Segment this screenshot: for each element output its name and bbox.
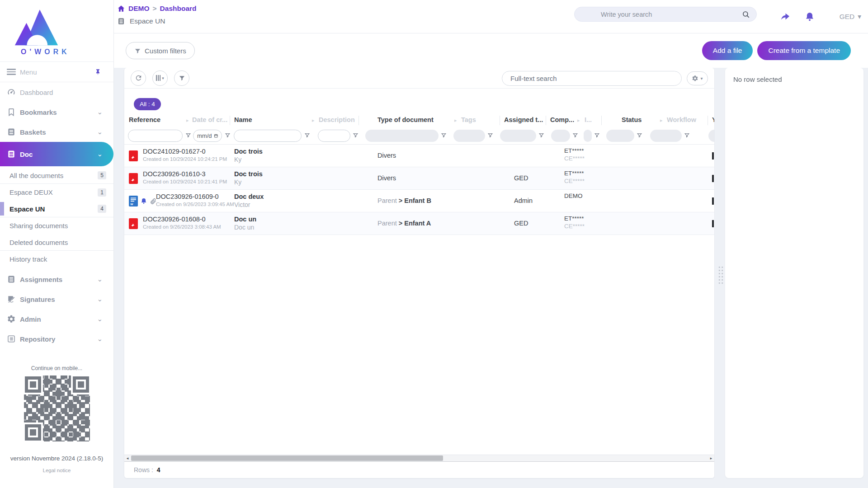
bell-icon[interactable] bbox=[804, 11, 815, 22]
sidebar-item-doc[interactable]: Doc ⌄ bbox=[0, 142, 113, 166]
col-header-tags[interactable]: Tags bbox=[461, 116, 476, 123]
doc-company-2: CE***** bbox=[564, 155, 585, 162]
sidebar-item-bookmarks[interactable]: Bookmarks ⌄ bbox=[0, 102, 113, 122]
fulltext-search-input[interactable] bbox=[509, 74, 674, 83]
table-empty-space bbox=[124, 235, 714, 455]
journal-icon bbox=[117, 17, 125, 25]
sort-arrow-icon[interactable]: ▸ bbox=[186, 117, 189, 123]
sidebar-subitem-sharing-documents[interactable]: Sharing documents bbox=[0, 217, 113, 234]
refresh-button[interactable] bbox=[131, 70, 146, 86]
sidebar-item-assignments[interactable]: Assignments ⌄ bbox=[0, 269, 113, 289]
funnel-outline-icon[interactable] bbox=[572, 132, 578, 138]
horizontal-scrollbar[interactable]: ◂ ▸ bbox=[124, 455, 714, 462]
legal-notice-link[interactable]: Legal notice bbox=[0, 468, 113, 473]
scroll-left-arrow[interactable]: ◂ bbox=[124, 455, 131, 461]
col-header-reference[interactable]: Reference bbox=[129, 116, 160, 123]
custom-filters-button[interactable]: Custom filters bbox=[126, 42, 195, 59]
doc-subname: Ky bbox=[234, 156, 263, 163]
sidebar-item-dashboard[interactable]: Dashboard bbox=[0, 82, 113, 102]
funnel-outline-icon[interactable] bbox=[684, 132, 690, 138]
table-row[interactable]: w DOC230926-01609-0 Created on 9/26/2023… bbox=[124, 190, 714, 212]
sidebar-subitem-deleted-documents[interactable]: Deleted documents bbox=[0, 234, 113, 251]
doc-assigned: GED bbox=[514, 174, 528, 182]
add-file-button[interactable]: Add a file bbox=[702, 41, 753, 60]
doc-type: > Enfant A bbox=[399, 220, 431, 227]
table-row[interactable]: DOC230926-01608-0 Created on 9/26/2023 3… bbox=[124, 212, 714, 235]
col-header-description[interactable]: Description bbox=[319, 116, 355, 123]
sidebar-item-repository[interactable]: Repository ⌄ bbox=[0, 329, 113, 349]
mountain-logo-icon bbox=[14, 6, 64, 46]
chevron-down-icon: ⌄ bbox=[97, 128, 103, 136]
chevron-down-icon: ⌄ bbox=[97, 275, 103, 283]
user-menu[interactable]: GED ▾ bbox=[840, 13, 861, 21]
filter-reference-input[interactable] bbox=[128, 130, 183, 142]
funnel-outline-icon[interactable] bbox=[441, 132, 447, 138]
no-selection-message: No row selected bbox=[733, 75, 855, 83]
funnel-outline-icon[interactable] bbox=[487, 132, 493, 138]
scroll-right-arrow[interactable]: ▸ bbox=[708, 455, 714, 461]
sidebar-item-baskets[interactable]: Baskets ⌄ bbox=[0, 122, 113, 142]
main-content: ▾ ▾ All : 4 Reference ▸ Date of cr... Na… bbox=[114, 68, 868, 488]
col-header-company[interactable]: Comp... bbox=[550, 116, 574, 123]
global-search-input[interactable] bbox=[575, 11, 742, 18]
col-header-assigned[interactable]: Assigned t... bbox=[504, 116, 543, 123]
doc-name: Doc deux bbox=[234, 193, 264, 200]
filter-description-input[interactable] bbox=[318, 130, 350, 142]
col-header-y[interactable]: Y... bbox=[712, 116, 714, 123]
col-header-name[interactable]: Name bbox=[234, 116, 252, 123]
sidebar-item-signatures[interactable]: Signatures ⌄ bbox=[0, 289, 113, 309]
bookmark-icon bbox=[7, 108, 16, 117]
journal-icon bbox=[7, 127, 16, 136]
table-settings-button[interactable]: ▾ bbox=[687, 71, 708, 85]
doc-name: Doc un bbox=[234, 216, 256, 223]
create-from-template-button[interactable]: Create from a template bbox=[757, 41, 851, 60]
sidebar-subitem-espace-un[interactable]: Espace UN 4 bbox=[0, 201, 113, 217]
filter-name-input[interactable] bbox=[234, 130, 302, 142]
sort-arrow-icon[interactable]: ▸ bbox=[454, 117, 457, 123]
custom-filters-label: Custom filters bbox=[145, 47, 186, 55]
panel-resize-handle[interactable] bbox=[718, 266, 724, 284]
col-header-i[interactable]: I... bbox=[585, 116, 592, 123]
subitem-label: Deleted documents bbox=[9, 239, 68, 246]
pin-icon[interactable] bbox=[94, 68, 102, 76]
breadcrumb-current[interactable]: Dashboard bbox=[160, 5, 197, 13]
funnel-outline-icon[interactable] bbox=[538, 132, 544, 138]
sidebar-subitem-espace-deux[interactable]: Espace DEUX 1 bbox=[0, 184, 113, 201]
funnel-outline-icon[interactable] bbox=[304, 132, 310, 138]
table-row[interactable]: DOC241029-01627-0 Created on 10/29/2024 … bbox=[124, 145, 714, 167]
funnel-outline-icon[interactable] bbox=[353, 132, 359, 138]
sort-arrow-icon[interactable]: ▸ bbox=[660, 117, 663, 123]
columns-button[interactable]: ▾ bbox=[152, 70, 168, 86]
doc-reference: DOC241029-01627-0 bbox=[143, 148, 227, 155]
col-header-type[interactable]: Type of document bbox=[377, 116, 434, 123]
sort-arrow-icon[interactable]: ▸ bbox=[312, 117, 315, 123]
breadcrumb-root[interactable]: DEMO bbox=[128, 5, 150, 13]
col-header-workflow[interactable]: Workflow bbox=[667, 116, 696, 123]
funnel-outline-icon[interactable] bbox=[637, 132, 642, 138]
doc-subname: Victor bbox=[234, 201, 264, 208]
col-header-date[interactable]: Date of cr... bbox=[192, 116, 227, 123]
tab-all-count[interactable]: All : 4 bbox=[134, 98, 161, 110]
filter-date-input[interactable]: mm/d bbox=[193, 130, 222, 142]
table-row[interactable]: DOC230926-01610-3 Created on 10/29/2024 … bbox=[124, 167, 714, 190]
sidebar-subitem-all-documents[interactable]: All the documents 5 bbox=[0, 167, 113, 184]
subitem-label: Espace DEUX bbox=[9, 188, 53, 196]
sort-arrow-icon[interactable]: ▸ bbox=[577, 117, 580, 123]
filter-button[interactable] bbox=[174, 70, 189, 86]
table-header-row: Reference ▸ Date of cr... Name ▸ Descrip… bbox=[124, 114, 714, 127]
search-icon[interactable] bbox=[742, 10, 750, 19]
chevron-down-icon: ⌄ bbox=[97, 108, 103, 116]
actionbar: Custom filters Add a file Create from a … bbox=[114, 33, 868, 68]
funnel-outline-icon[interactable] bbox=[225, 132, 231, 138]
topbar-actions: GED ▾ bbox=[780, 0, 861, 33]
hamburger-icon[interactable] bbox=[7, 67, 16, 76]
share-icon[interactable] bbox=[780, 11, 791, 22]
home-icon[interactable] bbox=[117, 5, 125, 13]
scrollbar-thumb[interactable] bbox=[131, 455, 443, 461]
filter-company-disabled bbox=[551, 130, 570, 142]
sidebar-subitem-history-track[interactable]: History track bbox=[0, 251, 113, 267]
col-header-status[interactable]: Status bbox=[622, 116, 642, 123]
funnel-outline-icon[interactable] bbox=[594, 132, 600, 138]
sidebar-item-admin[interactable]: Admin ⌄ bbox=[0, 309, 113, 329]
funnel-outline-icon[interactable] bbox=[185, 132, 191, 138]
